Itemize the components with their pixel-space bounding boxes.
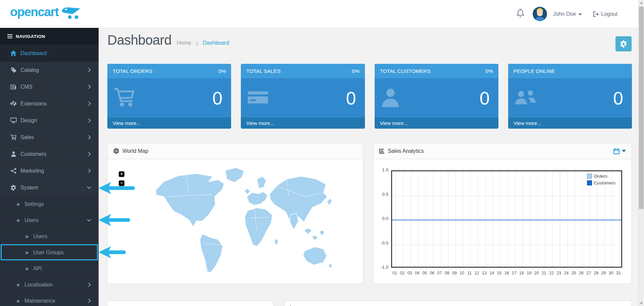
gridline	[396, 171, 396, 267]
dashboard-settings-button[interactable]	[615, 36, 632, 51]
chevron-right-icon	[88, 101, 91, 106]
customer-icon	[381, 88, 400, 108]
map-zoom-in-button[interactable]: +	[119, 171, 124, 177]
sidebar-item-users[interactable]: »Users	[0, 228, 99, 244]
hamburger-icon[interactable]	[7, 33, 12, 39]
gridline	[478, 171, 478, 267]
view-more-link[interactable]: View more...	[375, 118, 498, 129]
gridline	[392, 245, 621, 245]
scrollbar-up-arrow[interactable]: ▲	[639, 0, 644, 5]
angle-double-right-icon: »	[15, 217, 21, 223]
sidebar-item-api[interactable]: »API	[0, 260, 99, 276]
gridline	[537, 171, 538, 267]
tile-title: TOTAL SALES	[246, 68, 280, 74]
gridline	[530, 171, 530, 267]
breadcrumb-home[interactable]: Home	[177, 40, 191, 46]
tag-icon	[10, 67, 17, 73]
tile-header: TOTAL SALES 0%	[241, 64, 365, 78]
gridline	[545, 171, 545, 267]
legend-swatch	[587, 180, 592, 185]
top-header: opencart	[0, 0, 638, 28]
x-axis-tick-label: 20	[532, 271, 540, 275]
world-map-body: + −	[108, 159, 363, 283]
scrollbar-down-arrow[interactable]: ▼	[639, 301, 644, 306]
sidebar-item-users[interactable]: »Users	[0, 212, 99, 228]
sidebar-item-customers[interactable]: Customers	[0, 145, 99, 162]
latest-orders-panel: Latest Orders	[284, 301, 632, 306]
view-more-link[interactable]: View more...	[508, 118, 632, 129]
x-axis-tick-label: 23	[555, 271, 563, 275]
sidebar-item-localisation[interactable]: »Localisation	[0, 276, 99, 293]
world-map[interactable]	[146, 163, 334, 280]
user-name: John Doe	[553, 11, 576, 17]
gridline	[470, 171, 471, 267]
sidebar-item-system[interactable]: System	[0, 179, 99, 196]
page-header: Dashboard Home ❯ Dashboard	[107, 33, 229, 48]
page-title: Dashboard	[107, 33, 171, 48]
sidebar-item-user-groups[interactable]: »User Groups	[0, 244, 99, 260]
sidebar-item-cms[interactable]: CMS	[0, 78, 99, 95]
sales-analytics-panel-header: Sales Analytics	[373, 143, 632, 159]
gridline	[620, 171, 620, 267]
recent-activity-header: Recent Activity	[107, 301, 273, 306]
breadcrumb-separator-icon: ❯	[195, 41, 199, 46]
main-content: Dashboard Home ❯ Dashboard TOTAL ORDERS …	[99, 28, 638, 306]
credit-card-icon	[247, 89, 269, 107]
angle-double-right-icon: »	[23, 233, 30, 239]
gridline	[582, 171, 583, 267]
tile-title: PEOPLE ONLINE	[514, 68, 555, 74]
notifications-bell-icon[interactable]	[516, 9, 525, 19]
legend-label: Customers	[594, 180, 615, 185]
breadcrumb-dashboard[interactable]: Dashboard	[203, 40, 229, 46]
sidebar-item-marketing[interactable]: Marketing	[0, 162, 99, 179]
tile-value: 0	[212, 88, 222, 108]
sales-analytics-body: 0102030405060708091011121314151617181920…	[373, 159, 632, 283]
gridline	[485, 171, 486, 267]
y-axis-tick-label: 0.0	[375, 216, 388, 221]
tile-body: 0	[375, 78, 498, 118]
sidebar-menu: DashboardCatalogCMSExtensionsDesignSales…	[0, 45, 99, 306]
date-range-dropdown[interactable]	[613, 148, 626, 155]
x-axis-tick-label: 14	[488, 271, 496, 275]
sidebar-item-label: Users	[33, 233, 47, 239]
sidebar-item-maintenance[interactable]: »Maintenance	[0, 293, 99, 306]
scrollbar-thumb[interactable]	[639, 7, 644, 209]
opencart-logo[interactable]: opencart	[10, 5, 82, 19]
scrollbar[interactable]: ▲ ▼	[638, 0, 644, 306]
logout-button[interactable]: Logout	[593, 11, 618, 17]
avatar[interactable]	[533, 7, 547, 21]
sidebar-item-label: User Groups	[33, 250, 64, 256]
tile-body: 0	[508, 78, 632, 118]
header-actions: John Doe Logout	[516, 0, 618, 28]
tile-percent: 0%	[218, 68, 226, 74]
sidebar-item-sales[interactable]: Sales	[0, 129, 99, 145]
x-axis-tick-label: 05	[421, 271, 429, 275]
sidebar-item-extensions[interactable]: Extensions	[0, 95, 99, 112]
sidebar-item-catalog[interactable]: Catalog	[0, 61, 99, 78]
gridline	[392, 196, 621, 196]
cart-icon	[113, 88, 136, 108]
chevron-right-icon	[88, 85, 91, 89]
cart-icon	[10, 134, 17, 140]
world-map-panel-header: World Map	[108, 143, 363, 159]
chevron-right-icon	[88, 152, 91, 156]
gear-icon	[10, 185, 17, 191]
gridline	[403, 171, 404, 267]
x-axis-tick-label: 13	[480, 271, 488, 275]
tile-total-customers: TOTAL CUSTOMERS 0% 0 View more...	[375, 64, 498, 129]
calendar-icon	[613, 148, 620, 155]
sidebar-item-label: CMS	[20, 84, 33, 90]
x-axis-tick-label: 03	[406, 271, 414, 275]
sidebar-item-label: System	[20, 185, 38, 191]
view-more-link[interactable]: View more...	[241, 118, 365, 129]
tile-value: 0	[346, 88, 356, 108]
map-zoom-out-button[interactable]: −	[119, 180, 124, 186]
cart-logo-icon	[61, 6, 82, 19]
view-more-link[interactable]: View more...	[107, 118, 231, 129]
sidebar-item-label: Sales	[20, 134, 34, 140]
sidebar-item-settings[interactable]: »Settings	[0, 196, 99, 212]
sidebar-item-label: Maintenance	[24, 298, 55, 304]
sidebar-item-dashboard[interactable]: Dashboard	[0, 45, 99, 61]
user-menu[interactable]: John Doe	[553, 11, 582, 17]
sidebar-item-design[interactable]: Design	[0, 112, 99, 129]
